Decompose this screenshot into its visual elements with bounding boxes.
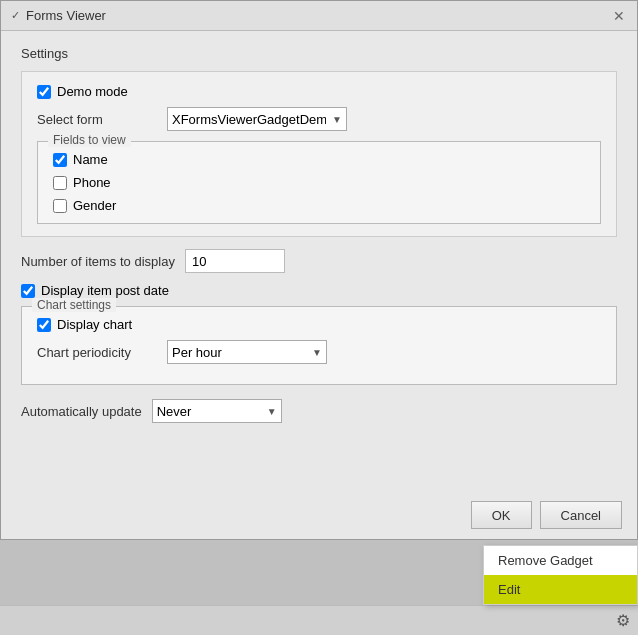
select-form-dropdown[interactable]: XFormsViewerGadgetDemo: [167, 107, 347, 131]
display-post-date-label: Display item post date: [41, 283, 169, 298]
dialog-content: Settings Demo mode Select form XFormsVie…: [1, 31, 637, 448]
dialog-footer: OK Cancel: [471, 501, 622, 529]
chart-periodicity-row: Chart periodicity Per hour Per day Per w…: [37, 340, 601, 364]
chart-periodicity-label: Chart periodicity: [37, 345, 157, 360]
chart-settings-legend: Chart settings: [32, 298, 116, 312]
demo-mode-row: Demo mode: [37, 84, 601, 99]
auto-update-dropdown[interactable]: Never Every minute Every 5 minutes Every…: [152, 399, 282, 423]
display-chart-row: Display chart: [37, 317, 601, 332]
fields-to-view-group: Fields to view Name Phone Gender: [37, 141, 601, 224]
auto-update-row: Automatically update Never Every minute …: [21, 399, 617, 423]
gear-icon[interactable]: ⚙: [616, 611, 630, 630]
settings-section-label: Settings: [21, 46, 617, 61]
context-menu-remove-gadget[interactable]: Remove Gadget: [484, 546, 637, 575]
select-form-row: Select form XFormsViewerGadgetDemo: [37, 107, 601, 131]
dialog-title-text: Forms Viewer: [26, 8, 106, 23]
demo-mode-checkbox[interactable]: [37, 85, 51, 99]
display-chart-label: Display chart: [57, 317, 132, 332]
chart-periodicity-dropdown[interactable]: Per hour Per day Per week Per month: [167, 340, 327, 364]
chart-settings-group: Chart settings Display chart Chart perio…: [21, 306, 617, 385]
field-phone-label: Phone: [73, 175, 111, 190]
field-name-label: Name: [73, 152, 108, 167]
field-name-row: Name: [53, 152, 585, 167]
select-form-label: Select form: [37, 112, 157, 127]
field-phone-row: Phone: [53, 175, 585, 190]
auto-update-wrapper: Never Every minute Every 5 minutes Every…: [152, 399, 282, 423]
dialog-titlebar: ✓ Forms Viewer ✕: [1, 1, 637, 31]
fields-to-view-legend: Fields to view: [48, 133, 131, 147]
field-name-checkbox[interactable]: [53, 153, 67, 167]
num-items-row: Number of items to display 10: [21, 249, 617, 273]
close-button[interactable]: ✕: [611, 8, 627, 24]
cancel-button[interactable]: Cancel: [540, 501, 622, 529]
dialog-title: ✓ Forms Viewer: [11, 8, 106, 23]
title-arrow-icon: ✓: [11, 9, 20, 22]
context-menu-edit[interactable]: Edit: [484, 575, 637, 604]
display-post-date-row: Display item post date: [21, 283, 617, 298]
field-phone-checkbox[interactable]: [53, 176, 67, 190]
chart-periodicity-wrapper: Per hour Per day Per week Per month: [167, 340, 327, 364]
bottom-bar: ⚙: [0, 605, 638, 635]
num-items-label: Number of items to display: [21, 254, 175, 269]
field-gender-label: Gender: [73, 198, 116, 213]
ok-button[interactable]: OK: [471, 501, 532, 529]
context-menu: Remove Gadget Edit: [483, 545, 638, 605]
field-gender-row: Gender: [53, 198, 585, 213]
display-chart-checkbox[interactable]: [37, 318, 51, 332]
display-post-date-checkbox[interactable]: [21, 284, 35, 298]
settings-box: Demo mode Select form XFormsViewerGadget…: [21, 71, 617, 237]
auto-update-label: Automatically update: [21, 404, 142, 419]
select-form-wrapper: XFormsViewerGadgetDemo: [167, 107, 347, 131]
forms-viewer-dialog: ✓ Forms Viewer ✕ Settings Demo mode Sele…: [0, 0, 638, 540]
num-items-input[interactable]: 10: [185, 249, 285, 273]
field-gender-checkbox[interactable]: [53, 199, 67, 213]
demo-mode-label: Demo mode: [57, 84, 128, 99]
